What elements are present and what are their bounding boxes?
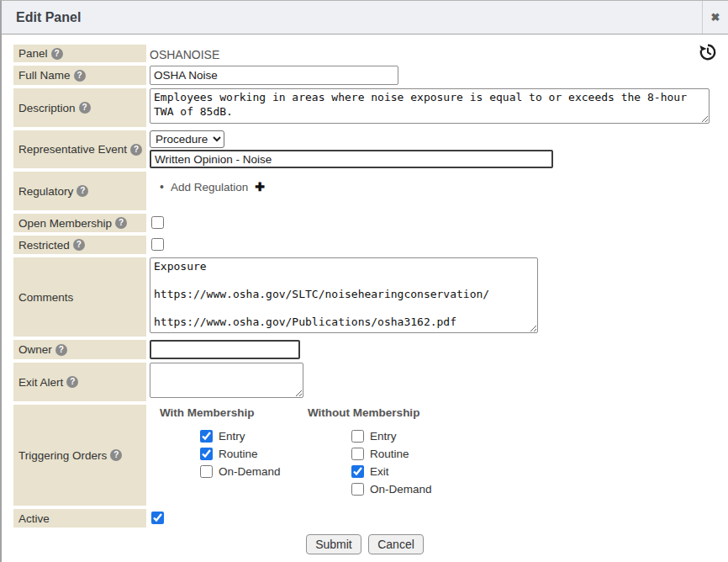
- active-label-cell: Active: [13, 509, 146, 528]
- restricted-label: Restricted: [18, 239, 70, 252]
- help-icon[interactable]: ?: [51, 48, 63, 60]
- restricted-checkbox[interactable]: [151, 238, 164, 251]
- owner-input[interactable]: [150, 340, 300, 359]
- help-icon[interactable]: ?: [55, 344, 67, 356]
- regulatory-label: Regulatory: [18, 185, 73, 198]
- without-membership-option-exit[interactable]: Exit: [351, 465, 493, 478]
- add-regulation-link[interactable]: • Add Regulation ✚: [150, 172, 728, 194]
- with-routine-checkbox[interactable]: [200, 448, 213, 460]
- history-icon: [699, 43, 717, 61]
- representative-event-content: Procedure: [146, 130, 728, 168]
- without-on-demand-checkbox[interactable]: [351, 483, 364, 496]
- row-active: Active: [13, 509, 728, 528]
- with-membership-column: With Membership Entry Routine: [160, 406, 308, 496]
- with-routine-label: Routine: [219, 448, 258, 460]
- with-on-demand-checkbox[interactable]: [200, 465, 213, 478]
- with-membership-header: With Membership: [160, 406, 308, 419]
- plus-icon: ✚: [255, 180, 265, 194]
- description-textarea[interactable]: Employees working in areas where noise e…: [150, 88, 710, 124]
- row-triggering-orders: Triggering Orders ? With Membership Entr…: [13, 405, 728, 506]
- comments-textarea[interactable]: Exposure https://www.osha.gov/SLTC/noise…: [150, 257, 538, 333]
- with-membership-option-entry[interactable]: Entry: [200, 430, 308, 443]
- open-membership-checkbox[interactable]: [151, 216, 164, 229]
- without-routine-checkbox[interactable]: [351, 448, 364, 460]
- owner-content: [146, 340, 728, 359]
- row-comments: Comments Exposure https://www.osha.gov/S…: [13, 257, 728, 337]
- close-icon: ✖: [711, 11, 720, 24]
- active-checkbox[interactable]: [151, 512, 164, 524]
- without-membership-header: Without Membership: [308, 406, 493, 419]
- without-exit-label: Exit: [370, 465, 389, 478]
- regulatory-content: • Add Regulation ✚: [146, 172, 728, 210]
- panel-label-cell: Panel ?: [13, 45, 146, 62]
- description-label-cell: Description ?: [13, 88, 146, 127]
- exit-alert-label-cell: Exit Alert ?: [13, 363, 146, 401]
- comments-content: Exposure https://www.osha.gov/SLTC/noise…: [146, 257, 728, 337]
- without-routine-label: Routine: [370, 448, 409, 460]
- open-membership-content: [146, 214, 728, 232]
- edit-panel-dialog: Edit Panel ✖ Panel ? OSHANOISE: [0, 0, 728, 562]
- without-membership-option-routine[interactable]: Routine: [351, 448, 493, 460]
- dialog-title: Edit Panel: [2, 1, 702, 34]
- triggering-orders-label-cell: Triggering Orders ?: [13, 405, 146, 506]
- representative-event-label-cell: Representative Event ?: [13, 130, 146, 168]
- open-membership-label-cell: Open Membership ?: [13, 214, 146, 232]
- help-icon[interactable]: ?: [79, 102, 91, 114]
- history-button[interactable]: [699, 43, 717, 61]
- full-name-label-cell: Full Name ?: [13, 66, 146, 85]
- description-label: Description: [18, 102, 76, 114]
- restricted-label-cell: Restricted ?: [13, 236, 146, 254]
- active-label: Active: [18, 512, 50, 525]
- help-icon[interactable]: ?: [130, 144, 142, 156]
- dialog-header: Edit Panel ✖: [2, 1, 728, 34]
- full-name-content: [146, 66, 728, 85]
- open-membership-label: Open Membership: [18, 217, 112, 230]
- help-icon[interactable]: ?: [74, 70, 86, 82]
- row-representative-event: Representative Event ? Procedure: [13, 130, 728, 168]
- without-membership-option-on-demand[interactable]: On-Demand: [351, 483, 493, 496]
- description-content: Employees working in areas where noise e…: [146, 88, 728, 127]
- panel-content: OSHANOISE: [146, 45, 728, 62]
- help-icon[interactable]: ?: [73, 239, 85, 251]
- bullet-icon: •: [160, 180, 164, 194]
- without-membership-option-entry[interactable]: Entry: [351, 430, 493, 443]
- add-regulation-label: Add Regulation: [171, 181, 248, 194]
- close-button[interactable]: ✖: [702, 1, 728, 34]
- submit-button[interactable]: Submit: [306, 534, 361, 554]
- full-name-input[interactable]: [150, 66, 398, 85]
- with-on-demand-label: On-Demand: [219, 465, 281, 478]
- without-entry-checkbox[interactable]: [351, 430, 364, 443]
- panel-label: Panel: [18, 47, 48, 60]
- without-exit-checkbox[interactable]: [351, 465, 364, 478]
- owner-label-cell: Owner ?: [13, 340, 146, 359]
- panel-value: OSHANOISE: [150, 45, 728, 61]
- with-membership-option-routine[interactable]: Routine: [200, 448, 308, 460]
- exit-alert-textarea[interactable]: [150, 363, 303, 398]
- help-icon[interactable]: ?: [115, 217, 127, 229]
- help-icon[interactable]: ?: [76, 185, 88, 197]
- row-regulatory: Regulatory ? • Add Regulation ✚: [13, 172, 728, 210]
- row-owner: Owner ?: [13, 340, 728, 359]
- row-full-name: Full Name ?: [13, 66, 728, 85]
- comments-label-cell: Comments: [13, 257, 146, 337]
- cancel-button[interactable]: Cancel: [368, 534, 424, 554]
- representative-event-type-select[interactable]: Procedure: [150, 130, 224, 148]
- exit-alert-label: Exit Alert: [18, 376, 63, 389]
- with-entry-checkbox[interactable]: [200, 430, 213, 443]
- help-icon[interactable]: ?: [66, 376, 78, 388]
- without-membership-column: Without Membership Entry Routine: [308, 406, 493, 496]
- active-content: [146, 509, 728, 528]
- restricted-content: [146, 236, 728, 254]
- owner-label: Owner: [18, 343, 52, 356]
- without-entry-label: Entry: [370, 430, 397, 443]
- help-icon[interactable]: ?: [110, 449, 122, 461]
- representative-event-input[interactable]: [150, 150, 553, 168]
- regulatory-label-cell: Regulatory ?: [13, 172, 146, 210]
- full-name-label: Full Name: [18, 69, 71, 82]
- with-membership-option-on-demand[interactable]: On-Demand: [200, 465, 308, 478]
- row-restricted: Restricted ?: [13, 236, 728, 254]
- comments-label: Comments: [18, 291, 73, 304]
- row-panel: Panel ? OSHANOISE: [13, 45, 728, 62]
- triggering-orders-label: Triggering Orders: [18, 449, 107, 462]
- with-entry-label: Entry: [219, 430, 245, 443]
